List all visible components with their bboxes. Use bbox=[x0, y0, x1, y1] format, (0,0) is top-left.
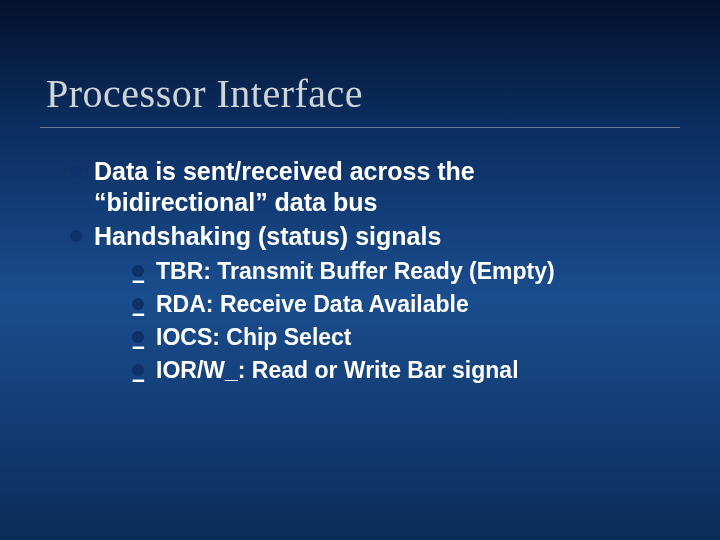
sub-item-text: RDA: Receive Data Available bbox=[156, 291, 469, 317]
bullet-item: Handshaking (status) signals TBR: Transm… bbox=[70, 221, 650, 386]
slide-title: Processor Interface bbox=[0, 0, 720, 123]
sub-item: IOR/W_: Read or Write Bar signal bbox=[132, 355, 650, 386]
sub-item-text: TBR: Transmit Buffer Ready (Empty) bbox=[156, 258, 555, 284]
sub-item-text: IOCS: Chip Select bbox=[156, 324, 352, 350]
sub-item: TBR: Transmit Buffer Ready (Empty) bbox=[132, 256, 650, 287]
slide: Processor Interface Data is sent/receive… bbox=[0, 0, 720, 540]
bullet-item: Data is sent/received across the “bidire… bbox=[70, 156, 650, 219]
bullet-text: Data is sent/received across the “bidire… bbox=[94, 157, 475, 216]
sub-item-text: IOR/W_: Read or Write Bar signal bbox=[156, 357, 519, 383]
content-area: Data is sent/received across the “bidire… bbox=[0, 128, 720, 386]
bullet-text: Handshaking (status) signals bbox=[94, 222, 441, 250]
sub-item: IOCS: Chip Select bbox=[132, 322, 650, 353]
sub-list: TBR: Transmit Buffer Ready (Empty) RDA: … bbox=[94, 256, 650, 386]
sub-item: RDA: Receive Data Available bbox=[132, 289, 650, 320]
bullet-list: Data is sent/received across the “bidire… bbox=[70, 156, 650, 386]
